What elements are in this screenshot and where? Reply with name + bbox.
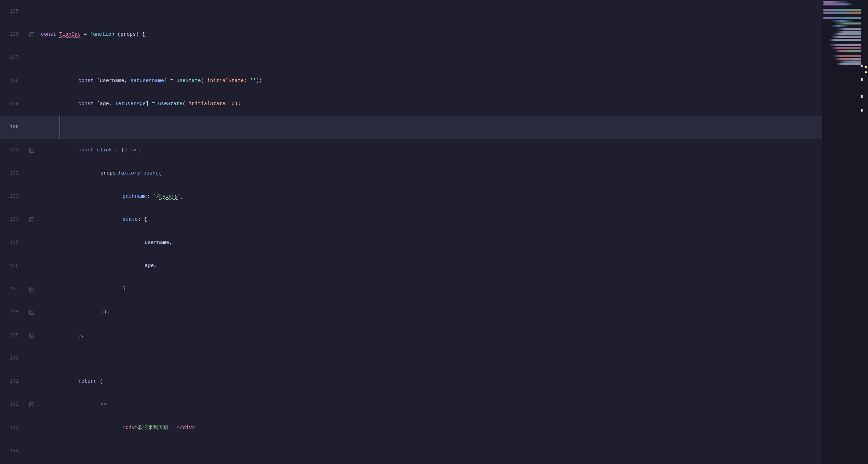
line-gutter-133 (26, 185, 37, 208)
code-line-127: 127 (0, 46, 822, 69)
code-line-141: 141 return ( (0, 370, 822, 393)
line-content-143: <div> 欢迎来到天猫！ </div> (37, 416, 822, 440)
line-gutter-129 (26, 93, 37, 116)
token-bracket-129b: ] (146, 93, 149, 116)
fold-indicator-137[interactable]: − (29, 287, 34, 292)
line-number-145: 145 (0, 463, 26, 464)
line-number-133: 133 (0, 185, 26, 208)
line-content-128: const [ username , setUsername ] = useSt… (37, 69, 822, 93)
line-number-144: 144 (0, 440, 26, 463)
code-line-126: 126 − const TianCat = function ( props )… (0, 23, 822, 46)
token-div-open-145: <div> (123, 463, 138, 464)
line-content-130 (37, 116, 822, 139)
token-brace-138: }); (100, 301, 110, 324)
token-initialparam-128: initialState: (207, 69, 250, 93)
line-number-125: 125 (0, 0, 26, 23)
line-content-126: const TianCat = function ( props ) { (37, 23, 822, 46)
line-gutter-145[interactable]: − (26, 463, 37, 464)
token-bracket-128b: ] (164, 69, 167, 93)
line-number-132: 132 (0, 162, 26, 185)
token-space-126: ( (114, 23, 120, 46)
line-gutter-127 (26, 46, 37, 69)
token-colon-133: : (147, 185, 153, 208)
minimap[interactable] (822, 0, 863, 464)
token-age-129: age (100, 93, 109, 116)
scrollbar[interactable] (863, 0, 868, 464)
line-content-145: <div> (37, 463, 822, 464)
line-content-139: }; (37, 324, 822, 347)
line-gutter-138[interactable]: − (26, 301, 37, 324)
line-gutter-137[interactable]: − (26, 278, 37, 301)
code-area: 125 126 − const TianCat = function ( pro… (0, 0, 822, 464)
line-content-144 (37, 440, 822, 463)
fold-indicator-126[interactable]: − (29, 32, 34, 37)
token-brace-137: } (123, 278, 126, 301)
line-number-126: 126 (0, 23, 26, 46)
line-gutter-143 (26, 416, 37, 440)
token-pathname-133: pathname (123, 185, 147, 208)
code-line-134: 134 − state : { (0, 208, 822, 231)
line-content-131: const click = () => { (37, 139, 822, 162)
line-content-141: return ( (37, 370, 822, 393)
fold-indicator-138[interactable]: − (29, 310, 34, 315)
line-gutter-139[interactable]: − (26, 324, 37, 347)
fold-indicator-142[interactable]: − (29, 402, 34, 407)
line-gutter-142[interactable]: − (26, 393, 37, 416)
code-line-143: 143 <div> 欢迎来到天猫！ </div> (0, 416, 822, 440)
token-bracket-128a: [ (97, 69, 100, 93)
token-eq-129: = (149, 93, 158, 116)
code-line-140: 140 (0, 347, 822, 370)
line-number-143: 143 (0, 416, 26, 440)
line-content-136: age , (37, 254, 822, 278)
token-comma-135: , (169, 231, 172, 254)
token-fragment-open-142: <> (100, 393, 107, 416)
token-dot-132a: . (116, 162, 119, 185)
token-history-132: history (119, 162, 140, 185)
token-paren-132: ({ (156, 162, 162, 185)
line-gutter-134[interactable]: − (26, 208, 37, 231)
token-usestate-129: useState (158, 93, 182, 116)
line-content-138: }); (37, 301, 822, 324)
line-number-140: 140 (0, 347, 26, 370)
line-gutter-136 (26, 254, 37, 278)
token-push-132: push (143, 162, 156, 185)
token-zero-129: 0 (231, 93, 235, 116)
fold-indicator-131[interactable]: − (29, 148, 34, 153)
line-number-135: 135 (0, 231, 26, 254)
editor-container: 125 126 − const TianCat = function ( pro… (0, 0, 868, 464)
line-gutter-140 (26, 347, 37, 370)
line-content-134: state : { (37, 208, 822, 231)
line-gutter-141 (26, 370, 37, 393)
code-line-144: 144 (0, 440, 822, 463)
token-const-129: const (78, 93, 97, 116)
code-line-132: 132 props . history . push ({ (0, 162, 822, 185)
line-content-133: pathname : '/myinfo' , (37, 185, 822, 208)
token-dot-132b: . (140, 162, 143, 185)
code-line-145: 145 − <div> (0, 463, 822, 464)
token-paren-126: ) { (136, 23, 145, 46)
fold-indicator-139[interactable]: − (29, 333, 34, 338)
token-function-126: function (90, 23, 114, 46)
line-number-138: 138 (0, 301, 26, 324)
token-paren-131: () (121, 139, 127, 162)
token-const-126: const (41, 23, 59, 46)
code-line-133: 133 pathname : '/myinfo' , (0, 185, 822, 208)
token-paren-128b: ); (256, 69, 262, 93)
token-const-131: const (78, 139, 97, 162)
token-props-126: props (120, 23, 136, 46)
line-gutter-131[interactable]: − (26, 139, 37, 162)
line-gutter-125 (26, 0, 37, 23)
code-line-131: 131 − const click = () => { (0, 139, 822, 162)
line-number-136: 136 (0, 254, 26, 278)
token-brace-131: { (140, 139, 143, 162)
line-gutter-130 (26, 116, 37, 139)
line-gutter-135 (26, 231, 37, 254)
line-gutter-126[interactable]: − (26, 23, 37, 46)
token-props-132: props (100, 162, 116, 185)
token-age-136: age (145, 254, 154, 278)
token-paren-129a: ( (182, 93, 189, 116)
token-username-135: username (145, 231, 169, 254)
line-number-134: 134 (0, 208, 26, 231)
fold-indicator-134[interactable]: − (29, 217, 34, 222)
cursor-130 (60, 116, 63, 139)
